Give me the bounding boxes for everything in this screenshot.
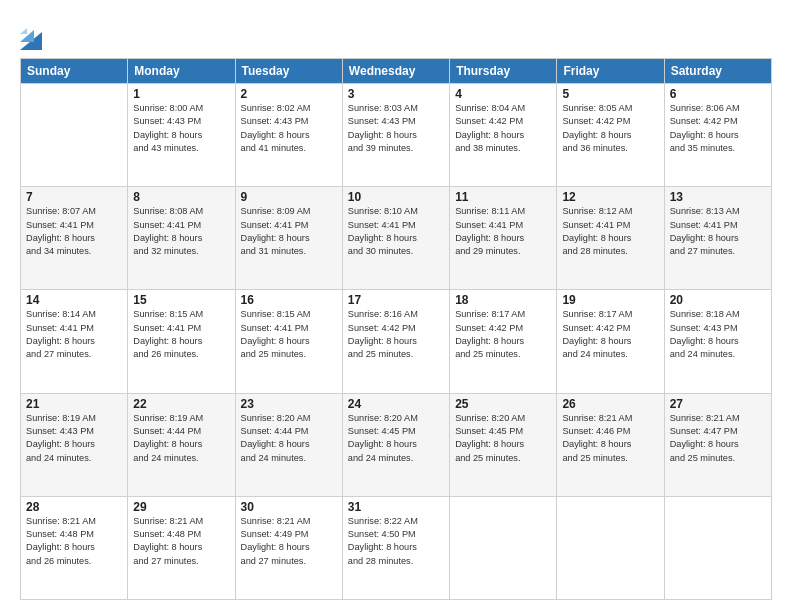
day-info: Sunrise: 8:20 AMSunset: 4:45 PMDaylight:… xyxy=(455,412,551,465)
day-info: Sunrise: 8:17 AMSunset: 4:42 PMDaylight:… xyxy=(455,308,551,361)
day-cell: 13Sunrise: 8:13 AMSunset: 4:41 PMDayligh… xyxy=(664,187,771,290)
day-cell: 21Sunrise: 8:19 AMSunset: 4:43 PMDayligh… xyxy=(21,393,128,496)
day-number: 11 xyxy=(455,190,551,204)
day-cell: 7Sunrise: 8:07 AMSunset: 4:41 PMDaylight… xyxy=(21,187,128,290)
day-info: Sunrise: 8:14 AMSunset: 4:41 PMDaylight:… xyxy=(26,308,122,361)
day-info: Sunrise: 8:19 AMSunset: 4:43 PMDaylight:… xyxy=(26,412,122,465)
day-cell xyxy=(450,496,557,599)
day-info: Sunrise: 8:13 AMSunset: 4:41 PMDaylight:… xyxy=(670,205,766,258)
day-cell: 12Sunrise: 8:12 AMSunset: 4:41 PMDayligh… xyxy=(557,187,664,290)
day-number: 20 xyxy=(670,293,766,307)
day-cell: 14Sunrise: 8:14 AMSunset: 4:41 PMDayligh… xyxy=(21,290,128,393)
day-info: Sunrise: 8:16 AMSunset: 4:42 PMDaylight:… xyxy=(348,308,444,361)
header-tuesday: Tuesday xyxy=(235,59,342,84)
day-info: Sunrise: 8:21 AMSunset: 4:48 PMDaylight:… xyxy=(133,515,229,568)
day-info: Sunrise: 8:15 AMSunset: 4:41 PMDaylight:… xyxy=(133,308,229,361)
day-cell: 2Sunrise: 8:02 AMSunset: 4:43 PMDaylight… xyxy=(235,84,342,187)
day-cell: 5Sunrise: 8:05 AMSunset: 4:42 PMDaylight… xyxy=(557,84,664,187)
day-cell: 27Sunrise: 8:21 AMSunset: 4:47 PMDayligh… xyxy=(664,393,771,496)
day-number: 16 xyxy=(241,293,337,307)
day-info: Sunrise: 8:12 AMSunset: 4:41 PMDaylight:… xyxy=(562,205,658,258)
day-info: Sunrise: 8:18 AMSunset: 4:43 PMDaylight:… xyxy=(670,308,766,361)
header-friday: Friday xyxy=(557,59,664,84)
day-info: Sunrise: 8:19 AMSunset: 4:44 PMDaylight:… xyxy=(133,412,229,465)
day-number: 14 xyxy=(26,293,122,307)
day-info: Sunrise: 8:20 AMSunset: 4:44 PMDaylight:… xyxy=(241,412,337,465)
page: SundayMondayTuesdayWednesdayThursdayFrid… xyxy=(0,0,792,612)
day-cell: 29Sunrise: 8:21 AMSunset: 4:48 PMDayligh… xyxy=(128,496,235,599)
day-number: 28 xyxy=(26,500,122,514)
day-cell: 4Sunrise: 8:04 AMSunset: 4:42 PMDaylight… xyxy=(450,84,557,187)
day-info: Sunrise: 8:10 AMSunset: 4:41 PMDaylight:… xyxy=(348,205,444,258)
week-row-1: 1Sunrise: 8:00 AMSunset: 4:43 PMDaylight… xyxy=(21,84,772,187)
day-number: 13 xyxy=(670,190,766,204)
day-cell: 28Sunrise: 8:21 AMSunset: 4:48 PMDayligh… xyxy=(21,496,128,599)
day-cell: 8Sunrise: 8:08 AMSunset: 4:41 PMDaylight… xyxy=(128,187,235,290)
day-number: 29 xyxy=(133,500,229,514)
day-cell: 31Sunrise: 8:22 AMSunset: 4:50 PMDayligh… xyxy=(342,496,449,599)
day-cell: 20Sunrise: 8:18 AMSunset: 4:43 PMDayligh… xyxy=(664,290,771,393)
week-row-5: 28Sunrise: 8:21 AMSunset: 4:48 PMDayligh… xyxy=(21,496,772,599)
day-number: 25 xyxy=(455,397,551,411)
header-wednesday: Wednesday xyxy=(342,59,449,84)
day-cell: 15Sunrise: 8:15 AMSunset: 4:41 PMDayligh… xyxy=(128,290,235,393)
day-info: Sunrise: 8:20 AMSunset: 4:45 PMDaylight:… xyxy=(348,412,444,465)
day-number: 27 xyxy=(670,397,766,411)
day-info: Sunrise: 8:08 AMSunset: 4:41 PMDaylight:… xyxy=(133,205,229,258)
day-info: Sunrise: 8:05 AMSunset: 4:42 PMDaylight:… xyxy=(562,102,658,155)
day-cell xyxy=(664,496,771,599)
day-number: 17 xyxy=(348,293,444,307)
day-info: Sunrise: 8:17 AMSunset: 4:42 PMDaylight:… xyxy=(562,308,658,361)
day-number: 2 xyxy=(241,87,337,101)
day-cell: 22Sunrise: 8:19 AMSunset: 4:44 PMDayligh… xyxy=(128,393,235,496)
day-number: 1 xyxy=(133,87,229,101)
day-cell: 16Sunrise: 8:15 AMSunset: 4:41 PMDayligh… xyxy=(235,290,342,393)
day-number: 10 xyxy=(348,190,444,204)
day-info: Sunrise: 8:02 AMSunset: 4:43 PMDaylight:… xyxy=(241,102,337,155)
svg-marker-2 xyxy=(20,28,27,34)
day-cell xyxy=(21,84,128,187)
day-info: Sunrise: 8:21 AMSunset: 4:46 PMDaylight:… xyxy=(562,412,658,465)
day-info: Sunrise: 8:00 AMSunset: 4:43 PMDaylight:… xyxy=(133,102,229,155)
day-cell: 19Sunrise: 8:17 AMSunset: 4:42 PMDayligh… xyxy=(557,290,664,393)
day-number: 30 xyxy=(241,500,337,514)
day-number: 31 xyxy=(348,500,444,514)
week-row-2: 7Sunrise: 8:07 AMSunset: 4:41 PMDaylight… xyxy=(21,187,772,290)
day-cell xyxy=(557,496,664,599)
day-number: 18 xyxy=(455,293,551,307)
day-cell: 3Sunrise: 8:03 AMSunset: 4:43 PMDaylight… xyxy=(342,84,449,187)
day-info: Sunrise: 8:21 AMSunset: 4:48 PMDaylight:… xyxy=(26,515,122,568)
header-sunday: Sunday xyxy=(21,59,128,84)
week-row-3: 14Sunrise: 8:14 AMSunset: 4:41 PMDayligh… xyxy=(21,290,772,393)
day-info: Sunrise: 8:06 AMSunset: 4:42 PMDaylight:… xyxy=(670,102,766,155)
day-cell: 10Sunrise: 8:10 AMSunset: 4:41 PMDayligh… xyxy=(342,187,449,290)
day-info: Sunrise: 8:21 AMSunset: 4:47 PMDaylight:… xyxy=(670,412,766,465)
day-info: Sunrise: 8:15 AMSunset: 4:41 PMDaylight:… xyxy=(241,308,337,361)
day-cell: 9Sunrise: 8:09 AMSunset: 4:41 PMDaylight… xyxy=(235,187,342,290)
day-info: Sunrise: 8:11 AMSunset: 4:41 PMDaylight:… xyxy=(455,205,551,258)
day-cell: 6Sunrise: 8:06 AMSunset: 4:42 PMDaylight… xyxy=(664,84,771,187)
day-info: Sunrise: 8:09 AMSunset: 4:41 PMDaylight:… xyxy=(241,205,337,258)
day-number: 26 xyxy=(562,397,658,411)
day-cell: 18Sunrise: 8:17 AMSunset: 4:42 PMDayligh… xyxy=(450,290,557,393)
day-cell: 26Sunrise: 8:21 AMSunset: 4:46 PMDayligh… xyxy=(557,393,664,496)
day-number: 7 xyxy=(26,190,122,204)
day-cell: 24Sunrise: 8:20 AMSunset: 4:45 PMDayligh… xyxy=(342,393,449,496)
header-thursday: Thursday xyxy=(450,59,557,84)
day-cell: 23Sunrise: 8:20 AMSunset: 4:44 PMDayligh… xyxy=(235,393,342,496)
header-saturday: Saturday xyxy=(664,59,771,84)
day-number: 12 xyxy=(562,190,658,204)
day-info: Sunrise: 8:22 AMSunset: 4:50 PMDaylight:… xyxy=(348,515,444,568)
day-info: Sunrise: 8:03 AMSunset: 4:43 PMDaylight:… xyxy=(348,102,444,155)
logo xyxy=(20,22,45,50)
day-cell: 25Sunrise: 8:20 AMSunset: 4:45 PMDayligh… xyxy=(450,393,557,496)
day-info: Sunrise: 8:04 AMSunset: 4:42 PMDaylight:… xyxy=(455,102,551,155)
day-number: 24 xyxy=(348,397,444,411)
day-info: Sunrise: 8:07 AMSunset: 4:41 PMDaylight:… xyxy=(26,205,122,258)
day-number: 3 xyxy=(348,87,444,101)
day-number: 9 xyxy=(241,190,337,204)
day-number: 22 xyxy=(133,397,229,411)
day-cell: 17Sunrise: 8:16 AMSunset: 4:42 PMDayligh… xyxy=(342,290,449,393)
day-cell: 1Sunrise: 8:00 AMSunset: 4:43 PMDaylight… xyxy=(128,84,235,187)
day-info: Sunrise: 8:21 AMSunset: 4:49 PMDaylight:… xyxy=(241,515,337,568)
